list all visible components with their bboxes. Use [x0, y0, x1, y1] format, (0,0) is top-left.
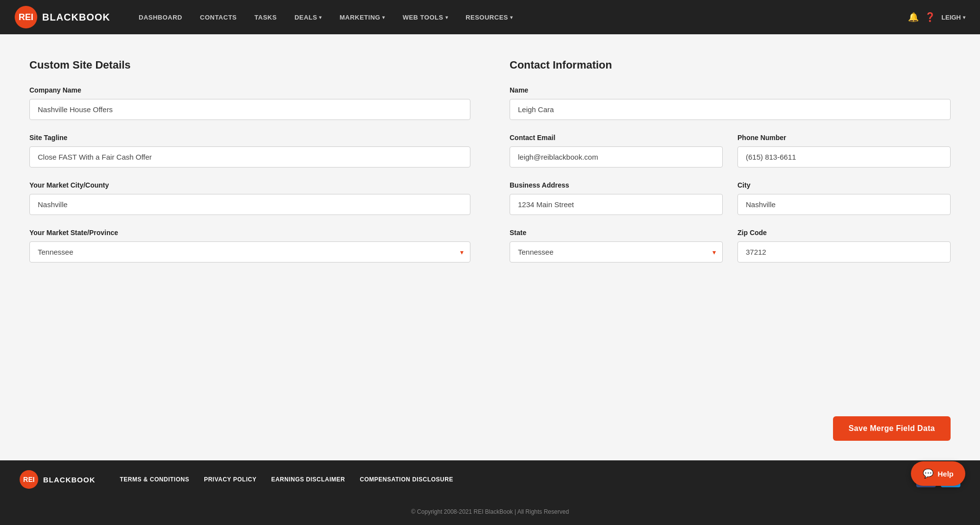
footer-privacy[interactable]: PRIVACY POLICY — [204, 476, 256, 483]
market-state-label: Your Market State/Province — [29, 229, 470, 237]
help-button[interactable]: 💬 Help — [911, 461, 965, 486]
market-state-select[interactable]: Tennessee Alabama Georgia Kentucky — [29, 241, 470, 262]
footer-brand: REI BLACKBOOK — [20, 470, 96, 489]
zip-field-group: Zip Code — [737, 229, 951, 262]
main-content: Custom Site Details Company Name Site Ta… — [0, 34, 980, 406]
save-merge-field-data-button[interactable]: Save Merge Field Data — [833, 416, 951, 441]
custom-site-details-title: Custom Site Details — [29, 59, 470, 72]
city-input[interactable] — [737, 194, 951, 215]
address-field-group: Business Address — [510, 181, 723, 215]
copyright-text: © Copyright 2008-2021 REI BlackBook | Al… — [20, 503, 960, 515]
email-label: Contact Email — [510, 134, 723, 142]
chevron-down-icon: ▾ — [510, 15, 513, 20]
help-label: Help — [937, 470, 954, 478]
tagline-label: Site Tagline — [29, 134, 470, 142]
zip-label: Zip Code — [737, 229, 951, 237]
market-state-field-group: Your Market State/Province Tennessee Ala… — [29, 229, 470, 262]
chevron-down-icon: ▾ — [319, 15, 322, 20]
brand-logo[interactable]: REI BLACKBOOK — [15, 6, 110, 28]
navbar: REI BLACKBOOK DASHBOARD CONTACTS TASKS D… — [0, 0, 980, 34]
rei-logo-icon: REI — [15, 6, 37, 28]
zip-input[interactable] — [737, 241, 951, 262]
company-name-input[interactable] — [29, 99, 470, 120]
nav-dashboard[interactable]: DASHBOARD — [130, 0, 191, 34]
state-label: State — [510, 229, 723, 237]
name-label: Name — [510, 86, 951, 94]
nav-contacts[interactable]: CONTACTS — [191, 0, 245, 34]
company-name-field-group: Company Name — [29, 86, 470, 120]
state-zip-row: State Tennessee Alabama Georgia Kentucky… — [510, 229, 951, 276]
brand-name: BLACKBOOK — [42, 12, 110, 23]
save-row: Save Merge Field Data — [0, 406, 980, 460]
nav-tasks[interactable]: TASKS — [245, 0, 286, 34]
market-city-field-group: Your Market City/County — [29, 181, 470, 215]
bell-icon[interactable]: 🔔 — [908, 12, 919, 23]
right-section: Contact Information Name Contact Email P… — [510, 59, 951, 276]
state-select[interactable]: Tennessee Alabama Georgia Kentucky — [510, 241, 723, 262]
nav-marketing[interactable]: MARKETING ▾ — [331, 0, 394, 34]
help-circle-icon[interactable]: ❓ — [925, 12, 935, 23]
email-field-group: Contact Email — [510, 134, 723, 167]
contact-information-title: Contact Information — [510, 59, 951, 72]
form-grid: Custom Site Details Company Name Site Ta… — [29, 59, 951, 276]
name-field-group: Name — [510, 86, 951, 120]
chevron-down-icon: ▾ — [382, 15, 385, 20]
phone-field-group: Phone Number — [737, 134, 951, 167]
footer: REI BLACKBOOK TERMS & CONDITIONS PRIVACY… — [0, 460, 980, 525]
city-label: City — [737, 181, 951, 189]
company-name-label: Company Name — [29, 86, 470, 94]
tagline-field-group: Site Tagline — [29, 134, 470, 167]
footer-brand-name: BLACKBOOK — [43, 476, 96, 484]
footer-compensation[interactable]: COMPENSATION DISCLOSURE — [360, 476, 453, 483]
user-menu[interactable]: LEIGH ▾ — [941, 14, 965, 21]
market-state-select-wrapper: Tennessee Alabama Georgia Kentucky ▾ — [29, 241, 470, 262]
email-phone-row: Contact Email Phone Number — [510, 134, 951, 181]
address-city-row: Business Address City — [510, 181, 951, 229]
state-select-wrapper: Tennessee Alabama Georgia Kentucky ▾ — [510, 241, 723, 262]
address-input[interactable] — [510, 194, 723, 215]
chevron-down-icon: ▾ — [963, 15, 965, 20]
nav-deals[interactable]: DEALS ▾ — [286, 0, 331, 34]
nav-resources[interactable]: RESOURCES ▾ — [457, 0, 521, 34]
nav-links: DASHBOARD CONTACTS TASKS DEALS ▾ MARKETI… — [130, 0, 908, 34]
email-input[interactable] — [510, 146, 723, 167]
help-bubble-icon: 💬 — [923, 468, 933, 479]
tagline-input[interactable] — [29, 146, 470, 167]
left-section: Custom Site Details Company Name Site Ta… — [29, 59, 470, 276]
city-field-group: City — [737, 181, 951, 215]
nav-right: 🔔 ❓ LEIGH ▾ — [908, 12, 965, 23]
market-city-input[interactable] — [29, 194, 470, 215]
phone-input[interactable] — [737, 146, 951, 167]
phone-label: Phone Number — [737, 134, 951, 142]
market-city-label: Your Market City/County — [29, 181, 470, 189]
name-input[interactable] — [510, 99, 951, 120]
nav-webtools[interactable]: WEB TOOLS ▾ — [394, 0, 457, 34]
chevron-down-icon: ▾ — [445, 15, 448, 20]
footer-rei-logo-icon: REI — [20, 470, 38, 489]
footer-terms[interactable]: TERMS & CONDITIONS — [120, 476, 190, 483]
address-label: Business Address — [510, 181, 723, 189]
footer-earnings[interactable]: EARNINGS DISCLAIMER — [271, 476, 345, 483]
state-field-group: State Tennessee Alabama Georgia Kentucky… — [510, 229, 723, 262]
